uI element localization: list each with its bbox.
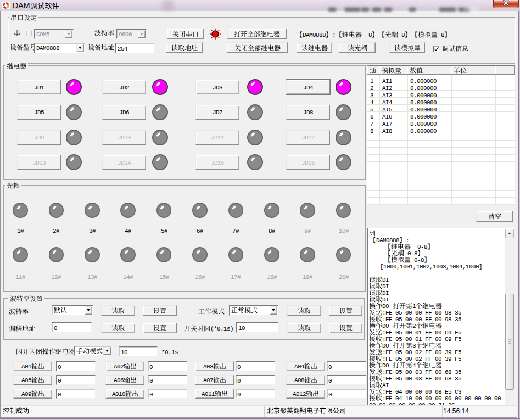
- svg-text:0: 0: [58, 378, 61, 384]
- svg-text:0: 0: [237, 378, 241, 384]
- svg-text:DO: DO: [382, 303, 389, 309]
- svg-text:1: 1: [412, 303, 416, 309]
- svg-text:JD10: JD10: [118, 135, 131, 141]
- svg-text:8: 8: [370, 128, 373, 134]
- svg-text:0-8: 0-8: [411, 244, 427, 250]
- svg-text:7: 7: [370, 121, 373, 127]
- svg-text:0.000000: 0.000000: [410, 121, 437, 127]
- svg-text:0: 0: [328, 391, 332, 397]
- svg-text::FE 05 00 00 FF 00 98 35: :FE 05 00 00 FF 00 98 35: [382, 310, 461, 316]
- svg-text:3#: 3#: [89, 228, 96, 234]
- svg-text:14:56:14: 14:56:14: [443, 408, 469, 415]
- svg-text:A04: A04: [294, 363, 305, 369]
- svg-text:JD12: JD12: [301, 135, 315, 141]
- svg-text:DO: DO: [382, 323, 389, 329]
- svg-text:11#: 11#: [15, 274, 25, 280]
- svg-text:6#: 6#: [197, 228, 203, 234]
- svg-text:JD2: JD2: [119, 85, 129, 91]
- svg-text:2: 2: [370, 85, 373, 91]
- svg-text:10#: 10#: [339, 228, 349, 234]
- svg-text:0: 0: [328, 378, 332, 384]
- svg-text:A010: A010: [112, 391, 125, 397]
- svg-text:DO: DO: [382, 343, 389, 349]
- svg-text:[1000,1001,1002,1003,1004,1000: [1000,1001,1002,1003,1004,1000]: [380, 264, 482, 270]
- svg-text:0: 0: [149, 391, 153, 397]
- svg-text:0: 0: [149, 364, 153, 370]
- svg-text:12#: 12#: [51, 274, 61, 280]
- svg-text:0: 0: [54, 325, 57, 331]
- svg-text:13#: 13#: [87, 274, 97, 280]
- svg-text:A02: A02: [114, 363, 124, 369]
- svg-text:A08: A08: [294, 377, 304, 383]
- svg-text:4: 4: [370, 99, 373, 105]
- svg-text:0.000000: 0.000000: [410, 85, 437, 91]
- svg-text:AI: AI: [382, 382, 389, 388]
- svg-text:4: 4: [412, 362, 416, 368]
- svg-text:8: 8: [362, 32, 372, 38]
- svg-text::FE 05 00 00 FF 00 98 35: :FE 05 00 00 FF 00 98 35: [382, 316, 461, 322]
- svg-text:18#: 18#: [267, 274, 277, 280]
- svg-text:16#: 16#: [195, 274, 205, 280]
- svg-text:DI: DI: [382, 296, 389, 303]
- svg-text:JD4: JD4: [303, 85, 313, 91]
- svg-text:JD6: JD6: [119, 109, 129, 115]
- svg-text::FE 05 00 02 FF 00 39 F5: :FE 05 00 02 FF 00 39 F5: [382, 356, 461, 362]
- svg-text:0: 0: [237, 391, 241, 397]
- svg-text:17#: 17#: [231, 274, 241, 280]
- svg-text:0.000000: 0.000000: [410, 99, 437, 105]
- svg-text:0: 0: [237, 364, 241, 370]
- svg-text:3: 3: [370, 92, 373, 98]
- svg-text:DI: DI: [382, 290, 389, 296]
- svg-text:19#: 19#: [303, 274, 312, 280]
- svg-text:A03: A03: [203, 363, 213, 369]
- svg-text:8: 8: [398, 32, 405, 38]
- svg-text:10: 10: [121, 349, 127, 355]
- svg-text:A011: A011: [202, 391, 215, 397]
- svg-text::FE 05 00 01 FF 00 C9 F5: :FE 05 00 01 FF 00 C9 F5: [382, 329, 461, 335]
- svg-text:AI6: AI6: [382, 114, 392, 120]
- svg-text:6: 6: [370, 114, 373, 120]
- svg-text::: :: [332, 32, 336, 38]
- svg-text:8#: 8#: [269, 228, 275, 234]
- svg-text:0: 0: [58, 364, 61, 370]
- svg-text:1: 1: [370, 78, 373, 84]
- svg-text:JD5: JD5: [34, 109, 44, 115]
- svg-text:JD16: JD16: [301, 160, 315, 166]
- svg-text:0: 0: [328, 364, 332, 370]
- svg-text:JD9: JD9: [34, 135, 44, 141]
- svg-text:9#: 9#: [304, 228, 311, 234]
- svg-text:(*0.1s): (*0.1s): [210, 326, 233, 332]
- svg-text:2: 2: [412, 323, 416, 329]
- svg-text:14#: 14#: [123, 274, 133, 280]
- svg-text:254: 254: [118, 46, 127, 52]
- svg-text:15#: 15#: [159, 274, 169, 280]
- svg-text:AI2: AI2: [382, 85, 392, 91]
- svg-text:A07: A07: [203, 377, 213, 383]
- svg-text:5#: 5#: [161, 228, 167, 234]
- svg-text:0.000000: 0.000000: [410, 78, 437, 84]
- svg-text:AI4: AI4: [382, 99, 392, 105]
- svg-text:COM5: COM5: [36, 31, 49, 37]
- svg-text:JD1: JD1: [34, 85, 44, 91]
- svg-text:A09: A09: [21, 391, 31, 397]
- svg-text:9600: 9600: [119, 31, 132, 37]
- svg-text:DAM0888: DAM0888: [376, 237, 399, 243]
- svg-text:JD8: JD8: [303, 109, 313, 115]
- svg-text:7#: 7#: [232, 228, 239, 234]
- svg-text::FE 05 00 02 FF 00 39 F5: :FE 05 00 02 FF 00 39 F5: [382, 349, 461, 355]
- svg-text:0.000000: 0.000000: [410, 107, 437, 113]
- svg-text:10: 10: [238, 325, 245, 331]
- svg-text::FE 05 00 03 FF 00 68 35: :FE 05 00 03 FF 00 68 35: [382, 376, 461, 382]
- svg-text:JD15: JD15: [211, 160, 224, 166]
- svg-text:AI3: AI3: [382, 92, 392, 98]
- svg-text:DAM0888: DAM0888: [36, 45, 59, 51]
- svg-text:*0.1s: *0.1s: [161, 349, 178, 355]
- svg-text:0: 0: [58, 391, 61, 397]
- svg-text:2#: 2#: [53, 228, 59, 234]
- svg-text:4#: 4#: [125, 228, 131, 234]
- svg-text::FE 05 00 01 FF 00 C9 F5: :FE 05 00 01 FF 00 C9 F5: [382, 336, 461, 342]
- svg-text:0: 0: [149, 378, 153, 384]
- svg-text:3: 3: [412, 343, 416, 349]
- svg-text::FE 04 10 00 00 00 00 00 00 00: :FE 04 10 00 00 00 00 00 00 00 00 00: [382, 395, 501, 401]
- svg-text:20#: 20#: [339, 274, 349, 280]
